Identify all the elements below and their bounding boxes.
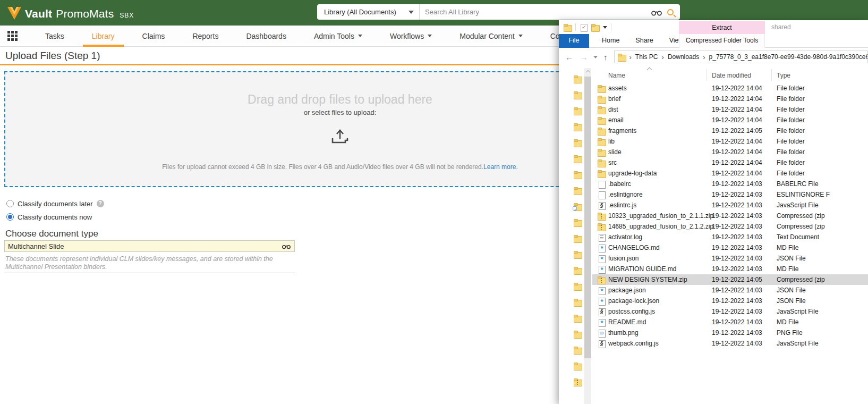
- folder-icon: [574, 299, 582, 306]
- extract-contextual-header[interactable]: Extract: [679, 21, 765, 34]
- ribbon-tab-share[interactable]: Share: [627, 34, 661, 48]
- file-name: dist: [608, 106, 618, 113]
- sidebar-item[interactable]: [574, 283, 582, 291]
- file-date-modified: 19-12-2022 14:03: [712, 297, 762, 305]
- sidebar-item[interactable]: [574, 235, 582, 243]
- file-row[interactable]: upgrade-log-data19-12-2022 14:04File fol…: [592, 168, 868, 179]
- app-grid-icon[interactable]: [7, 31, 18, 41]
- nav-tab-claims[interactable]: Claims: [133, 26, 174, 47]
- nav-tab-dashboards[interactable]: Dashboards: [237, 26, 295, 47]
- file-row[interactable]: *MIGRATION GUIDE.md19-12-2022 14:03MD Fi…: [592, 264, 868, 274]
- learn-more-link[interactable]: Learn more.: [483, 163, 518, 171]
- properties-check-icon[interactable]: ✓: [580, 24, 588, 31]
- file-row[interactable]: 14685_upgraded_fusion_to_2.1.2.zip19-12-…: [592, 221, 868, 232]
- file-type-icon: *: [598, 298, 606, 305]
- sidebar-item[interactable]: [574, 347, 582, 355]
- page-title: Upload Files (Step 1): [5, 50, 100, 62]
- file-row[interactable]: *CHANGELOG.md19-12-2022 14:03MD File: [592, 242, 868, 253]
- file-row[interactable]: .eslintignore19-12-2022 14:03ESLINTIGNOR…: [592, 189, 868, 200]
- nav-tab-workflows[interactable]: Workflows: [381, 26, 441, 47]
- file-row[interactable]: fragments19-12-2022 14:05File folder: [592, 125, 868, 136]
- sidebar-item[interactable]: [574, 363, 582, 371]
- file-row[interactable]: §postcss.config.js19-12-2022 14:03JavaSc…: [592, 306, 868, 317]
- file-row[interactable]: *fusion.json19-12-2022 14:03JSON File: [592, 253, 868, 264]
- breadcrumb-segment[interactable]: Downloads: [668, 53, 699, 61]
- file-row[interactable]: *package-lock.json19-12-2022 14:03JSON F…: [592, 296, 868, 306]
- file-row[interactable]: email19-12-2022 14:04File folder: [592, 115, 868, 125]
- sidebar-item[interactable]: [574, 155, 582, 164]
- global-search-bar: Library (All Documents) Search All Libra…: [317, 4, 680, 20]
- column-header-type[interactable]: Type: [777, 72, 790, 79]
- brand-suite: PromoMats: [56, 7, 114, 20]
- sidebar-item[interactable]: [574, 267, 582, 275]
- sidebar-item[interactable]: [574, 331, 582, 339]
- nav-tab-reports[interactable]: Reports: [183, 26, 227, 47]
- column-header-date-modified[interactable]: Date modified: [712, 72, 751, 79]
- file-row[interactable]: NEW DESIGN SYSTEM.zip19-12-2022 14:05Com…: [592, 274, 868, 285]
- column-header-name[interactable]: Name: [608, 72, 625, 79]
- sidebar-item[interactable]: [574, 378, 582, 387]
- file-row[interactable]: 10323_upgraded_fusion_to_2.1.1.zip19-12-…: [592, 211, 868, 221]
- binoculars-icon[interactable]: [651, 9, 662, 16]
- chevron-down-icon: [428, 35, 432, 37]
- sidebar-item[interactable]: [574, 139, 582, 148]
- up-button[interactable]: ↑: [603, 53, 608, 62]
- nav-tab-admin-tools[interactable]: Admin Tools: [305, 26, 371, 47]
- file-row[interactable]: .babelrc19-12-2022 14:03BABELRC File: [592, 179, 868, 189]
- file-row[interactable]: brief19-12-2022 14:04File folder: [592, 94, 868, 104]
- upload-icon[interactable]: [331, 128, 349, 144]
- file-row[interactable]: *README.md19-12-2022 14:03MD File: [592, 317, 868, 327]
- doc-type-input[interactable]: Multichannel Slide: [4, 240, 295, 252]
- sidebar-item[interactable]: [574, 315, 582, 323]
- search-input[interactable]: Search All Library: [420, 8, 651, 16]
- radio-selected-icon[interactable]: [6, 213, 14, 221]
- breadcrumb-segment[interactable]: p_75778_0_3_ea1f8e70-ee99-43de-980d-9a1f…: [709, 53, 868, 61]
- nav-tab-modular-content[interactable]: Modular Content: [450, 26, 532, 47]
- file-row[interactable]: §webpack.config.js19-12-2022 14:03JavaSc…: [592, 338, 868, 349]
- file-row[interactable]: thumb.png19-12-2022 14:03PNG File: [592, 327, 868, 338]
- explorer-titlebar[interactable]: ✓ Extract shared: [559, 20, 868, 34]
- breadcrumb-segment[interactable]: This PC: [635, 53, 658, 61]
- folder-icon[interactable]: [564, 24, 572, 31]
- sidebar-item[interactable]: [574, 251, 582, 259]
- sidebar-item[interactable]: [574, 91, 582, 100]
- sidebar-item[interactable]: [574, 171, 582, 180]
- sidebar-item[interactable]: [574, 187, 582, 196]
- toolbar-dropdown-icon[interactable]: [603, 26, 607, 29]
- sidebar-item[interactable]: [574, 219, 582, 228]
- file-row[interactable]: src19-12-2022 14:04File folder: [592, 157, 868, 168]
- nav-tab-library[interactable]: Library: [83, 26, 124, 47]
- file-row[interactable]: assets19-12-2022 14:04File folder: [592, 83, 868, 94]
- file-row[interactable]: lib19-12-2022 14:04File folder: [592, 136, 868, 147]
- file-row[interactable]: slide19-12-2022 14:04File folder: [592, 147, 868, 157]
- classify-later-option[interactable]: Classify documents later ?: [6, 199, 104, 208]
- file-type: JSON File: [777, 255, 836, 262]
- ribbon-tab-compressed-folder-tools[interactable]: Compressed Folder Tools: [679, 34, 765, 48]
- sidebar-item[interactable]: [574, 299, 582, 307]
- binoculars-icon[interactable]: [282, 243, 291, 249]
- radio-unselected-icon[interactable]: [6, 200, 14, 207]
- back-button[interactable]: ←: [565, 53, 573, 62]
- breadcrumb[interactable]: ›This PC›Downloads›p_75778_0_3_ea1f8e70-…: [614, 50, 868, 63]
- search-scope-dropdown[interactable]: Library (All Documents): [317, 8, 419, 16]
- ribbon-tab-home[interactable]: Home: [594, 34, 627, 48]
- file-row[interactable]: §.eslintrc.js19-12-2022 14:03JavaScript …: [592, 200, 868, 211]
- sidebar-item[interactable]: [574, 75, 582, 84]
- sidebar-item[interactable]: →: [574, 203, 582, 212]
- file-row[interactable]: dist19-12-2022 14:04File folder: [592, 104, 868, 115]
- ribbon-tab-file[interactable]: File: [559, 34, 589, 48]
- sidebar-item[interactable]: [574, 107, 582, 116]
- scrollbar-thumb[interactable]: [584, 77, 591, 358]
- classify-now-option[interactable]: Classify documents now: [6, 212, 104, 222]
- sidebar-item[interactable]: [574, 123, 582, 132]
- recent-locations-icon[interactable]: [593, 56, 598, 58]
- nav-tab-tasks[interactable]: Tasks: [36, 26, 73, 47]
- folder-icon[interactable]: [591, 24, 599, 31]
- forward-button[interactable]: →: [580, 53, 588, 62]
- file-row[interactable]: *package.json19-12-2022 14:03JSON File: [592, 285, 868, 296]
- help-icon[interactable]: ?: [97, 200, 104, 207]
- file-row[interactable]: activator.log19-12-2022 14:03Text Docume…: [592, 232, 868, 242]
- sidebar-scrollbar[interactable]: [584, 68, 591, 404]
- file-type-icon: [598, 149, 606, 156]
- search-icon[interactable]: [667, 9, 674, 15]
